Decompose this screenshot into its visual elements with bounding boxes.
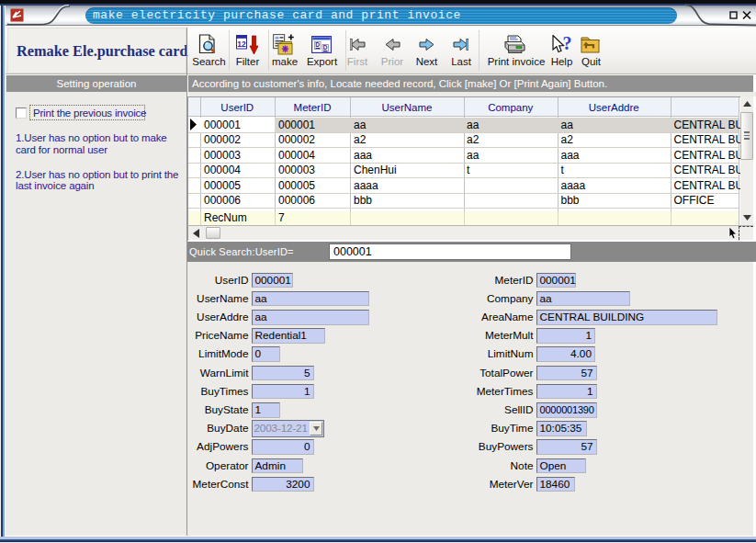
svg-text:12: 12 xyxy=(237,40,246,49)
svg-text:D: D xyxy=(323,44,328,51)
svg-text:?: ? xyxy=(563,35,572,53)
svg-text:D: D xyxy=(315,41,320,48)
